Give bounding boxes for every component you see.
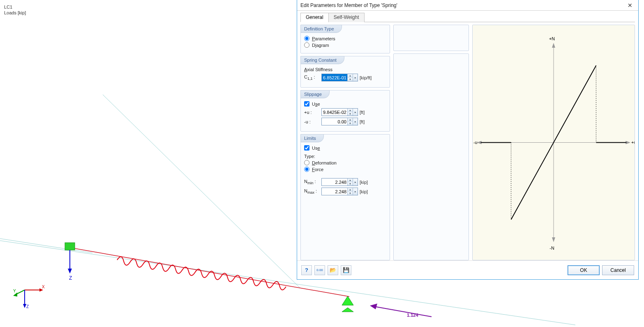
load-value-label: 1.124 <box>407 313 418 318</box>
save-button[interactable]: 💾 <box>341 265 351 275</box>
axes-gizmo: X Y Z <box>12 278 45 311</box>
svg-text:-N: -N <box>549 246 554 250</box>
check-slippage-use[interactable] <box>304 101 309 107</box>
save-icon: 💾 <box>343 267 349 273</box>
minus-u-input[interactable] <box>322 118 347 125</box>
check-limits-use[interactable] <box>304 145 309 151</box>
c11-input[interactable] <box>322 74 347 81</box>
nmax-unit: [kip] <box>360 189 368 194</box>
svg-marker-6 <box>68 269 72 274</box>
dialog-bottom-bar: ? 0.00 📂 💾 OK Cancel <box>297 260 638 279</box>
blank-panel-bottom <box>393 53 469 260</box>
group-slippage: Slippage Use +u : ▲▼ ▸ <box>300 90 390 132</box>
svg-text:X: X <box>42 285 45 289</box>
nmax-label: Nmax : <box>304 188 320 195</box>
tab-general[interactable]: General <box>300 13 329 22</box>
legend-slippage: Slippage <box>300 90 330 98</box>
svg-marker-22 <box>552 237 555 242</box>
spin-menu-icon[interactable]: ▸ <box>353 109 358 116</box>
tabstrip: General Self-Weight <box>300 12 635 22</box>
minus-u-label: -u : <box>304 119 320 124</box>
minus-u-unit: [ft] <box>360 119 365 124</box>
spin-down-icon[interactable]: ▼ <box>348 182 353 186</box>
svg-text:Z: Z <box>26 304 29 309</box>
svg-marker-21 <box>552 43 555 48</box>
nmin-spinbox[interactable]: ▲▼ ▸ <box>321 178 358 186</box>
open-button[interactable]: 📂 <box>328 265 338 275</box>
spin-menu-icon[interactable]: ▸ <box>353 188 358 195</box>
units-button[interactable]: 0.00 <box>314 265 325 275</box>
radio-deformation-label: Deformation <box>312 160 337 165</box>
c11-unit: [kip/ft] <box>360 75 372 80</box>
plus-u-unit: [ft] <box>360 110 365 115</box>
svg-marker-16 <box>23 304 26 308</box>
dialog-titlebar[interactable]: Edit Parameters for Member of Type 'Spri… <box>297 0 638 11</box>
minus-u-spinbox[interactable]: ▲▼ ▸ <box>321 118 358 125</box>
check-slippage-use-label: Use <box>312 102 320 107</box>
spin-menu-icon[interactable]: ▸ <box>353 74 358 81</box>
svg-marker-10 <box>370 304 377 309</box>
spring-diagram: +N -N +u -u <box>473 25 635 260</box>
svg-line-2 <box>0 239 92 253</box>
spin-down-icon[interactable]: ▼ <box>348 112 353 116</box>
radio-force-label: Force <box>312 167 323 172</box>
dialog-title: Edit Parameters for Member of Type 'Spri… <box>300 2 397 8</box>
nmax-input[interactable] <box>322 188 347 195</box>
nmax-spinbox[interactable]: ▲▼ ▸ <box>321 188 358 195</box>
radio-deformation[interactable] <box>304 160 309 165</box>
close-button[interactable]: ✕ <box>622 0 638 11</box>
group-definition-type: Definition Type PParametersarameters Dia… <box>300 25 390 53</box>
plus-u-label: +u : <box>304 110 320 115</box>
ok-button[interactable]: OK <box>568 265 600 275</box>
c11-spinbox[interactable]: ▲▼ ▸ <box>321 74 358 81</box>
tab-self-weight[interactable]: Self-Weight <box>328 13 365 22</box>
spin-down-icon[interactable]: ▼ <box>348 78 353 81</box>
svg-marker-7 <box>342 296 353 305</box>
spin-down-icon[interactable]: ▼ <box>348 192 353 195</box>
radio-diagram[interactable] <box>304 42 309 48</box>
check-limits-use-label: Use <box>312 146 320 151</box>
spring-diagram-panel: +N -N +u -u <box>472 25 635 260</box>
group-spring-constant: Spring Constant Axial Stiffness C1,1 : ▲… <box>300 56 390 88</box>
radio-diagram-label: Diagram <box>312 43 329 48</box>
spin-up-icon[interactable]: ▲ <box>348 74 353 78</box>
svg-text:Y: Y <box>13 289 16 293</box>
group-limits: Limits Use Type: Deformation <box>300 134 390 260</box>
axis-z-label: Z <box>69 275 72 281</box>
nmin-input[interactable] <box>322 179 347 186</box>
radio-parameters-label: PParametersarameters <box>312 36 335 41</box>
plus-u-spinbox[interactable]: ▲▼ ▸ <box>321 108 358 116</box>
legend-spring-constant: Spring Constant <box>300 56 344 64</box>
legend-definition-type: Definition Type <box>300 25 342 33</box>
radio-parameters[interactable] <box>304 36 309 41</box>
blank-panel-top <box>393 25 469 51</box>
spin-menu-icon[interactable]: ▸ <box>353 179 358 186</box>
radio-force[interactable] <box>304 167 309 172</box>
svg-text:-u: -u <box>473 140 478 145</box>
spin-up-icon[interactable]: ▲ <box>348 179 353 182</box>
close-icon: ✕ <box>628 2 632 9</box>
svg-rect-4 <box>65 243 75 250</box>
folder-open-icon: 📂 <box>330 267 336 273</box>
svg-text:+N: +N <box>549 36 555 41</box>
spin-up-icon[interactable]: ▲ <box>348 118 353 122</box>
plus-u-input[interactable] <box>322 109 347 116</box>
edit-parameters-dialog: Edit Parameters for Member of Type 'Spri… <box>297 0 639 280</box>
c11-label: C1,1 : <box>304 74 320 81</box>
nmin-label: Nmin : <box>304 179 320 185</box>
spin-up-icon[interactable]: ▲ <box>348 109 353 112</box>
spin-up-icon[interactable]: ▲ <box>348 188 353 192</box>
svg-text:+u: +u <box>631 140 635 145</box>
help-button[interactable]: ? <box>301 265 312 275</box>
units-icon: 0.00 <box>316 268 323 272</box>
axial-stiffness-label: Axial Stiffness <box>304 67 386 72</box>
spin-menu-icon[interactable]: ▸ <box>353 118 358 125</box>
legend-limits: Limits <box>300 134 324 142</box>
help-icon: ? <box>305 267 308 273</box>
nmin-unit: [kip] <box>360 180 368 185</box>
spin-down-icon[interactable]: ▼ <box>348 122 353 125</box>
cancel-button[interactable]: Cancel <box>602 265 634 275</box>
svg-marker-8 <box>342 308 353 312</box>
limits-type-label: Type: <box>304 154 386 159</box>
svg-line-9 <box>374 306 432 317</box>
